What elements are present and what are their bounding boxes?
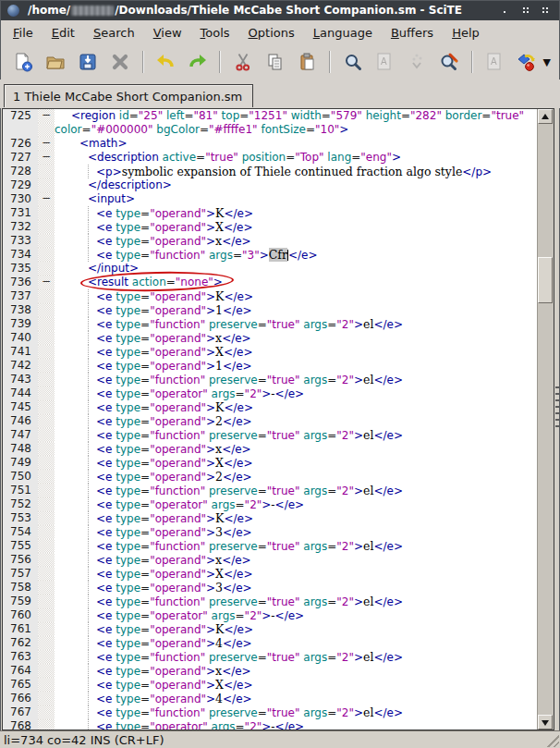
redo-button[interactable] [185, 48, 212, 76]
code-line[interactable]: 739<e type="function" preserve="true" ar… [3, 317, 538, 331]
fold-margin [38, 123, 55, 137]
code-line[interactable]: 754<e type="operand">3</e> [3, 525, 538, 539]
code-line[interactable]: 735</input> [3, 262, 538, 276]
close-button[interactable] [542, 6, 549, 14]
scroll-down-button[interactable] [538, 715, 553, 730]
code-line[interactable]: 756<e type="operand">x</e> [3, 553, 538, 567]
code-line[interactable]: 730−<input> [3, 192, 538, 206]
code-line[interactable]: 745<e type="operand">K</e> [3, 400, 538, 414]
code-line[interactable]: 746<e type="operand">2</e> [3, 414, 538, 428]
save-file-button[interactable] [75, 48, 102, 76]
tab-document[interactable]: 1 Thiele McCabe Short Companion.sm [4, 84, 253, 107]
code-line[interactable]: 726−<math> [3, 137, 538, 151]
menu-language[interactable]: Language [304, 23, 382, 43]
menu-file[interactable]: File [4, 23, 43, 43]
find-previous-button[interactable] [404, 48, 431, 76]
code-area[interactable]: 725−<region id="25" left="81" top="1251"… [3, 109, 538, 730]
fold-margin [38, 705, 55, 719]
maximize-button[interactable] [521, 6, 529, 14]
code-line[interactable]: 759<e type="function" preserve="true" ar… [3, 595, 538, 608]
minimize-button[interactable] [501, 6, 508, 14]
menu-search[interactable]: Search [84, 23, 144, 43]
toolbar-separator [219, 51, 221, 73]
code-line[interactable]: 747<e type="function" preserve="true" ar… [3, 428, 538, 442]
code-line[interactable]: 762<e type="operand">4</e> [3, 636, 538, 650]
code-line[interactable]: 763<e type="function" preserve="true" ar… [3, 650, 538, 664]
find-button[interactable] [339, 48, 366, 76]
paste-button[interactable] [294, 48, 321, 76]
code-line[interactable]: 733<e type="operand">x</e> [3, 234, 538, 248]
code-line[interactable]: 764<e type="operand">x</e> [3, 664, 538, 678]
find-next-button[interactable]: A [371, 48, 398, 76]
code-line[interactable]: 757<e type="operand">X</e> [3, 567, 538, 581]
code-line[interactable]: 734<e type="function" args="3">Cfr</e> [3, 248, 538, 262]
code-line[interactable]: 741<e type="operand">X</e> [3, 345, 538, 359]
fold-marker[interactable]: − [38, 137, 55, 151]
editor-pane[interactable]: 725−<region id="25" left="81" top="1251"… [2, 108, 554, 730]
code-line[interactable]: 732<e type="operand">X</e> [3, 220, 538, 234]
vertical-scrollbar[interactable] [537, 109, 554, 730]
fold-margin [38, 442, 55, 456]
code-line[interactable]: 749<e type="operand">X</e> [3, 456, 538, 470]
cut-button[interactable] [229, 48, 256, 76]
code-line[interactable]: 740<e type="operand">x</e> [3, 331, 538, 345]
code-line[interactable]: 744<e type="operator" args="2">-</e> [3, 386, 538, 400]
code-line[interactable]: 768<e type="operator" args="2">-</e> [3, 719, 538, 730]
code-line[interactable]: 767<e type="function" preserve="true" ar… [3, 705, 538, 719]
fold-marker[interactable]: − [38, 151, 55, 165]
code-line[interactable]: 751<e type="function" preserve="true" ar… [3, 484, 538, 497]
code-line[interactable]: 728<p>symbolic expansion of Thiele conti… [3, 165, 538, 178]
code-line[interactable]: 760<e type="operator" args="2">-</e> [3, 608, 538, 622]
fold-margin [38, 206, 55, 220]
menu-tools[interactable]: Tools [191, 23, 239, 43]
build-button[interactable]: A [481, 48, 508, 76]
menu-buffers[interactable]: Buffers [382, 23, 443, 43]
code-line[interactable]: 752<e type="operator" args="2">-</e> [3, 497, 538, 511]
go-button[interactable] [514, 48, 541, 76]
code-line[interactable]: 731<e type="operand">K</e> [3, 206, 538, 220]
menu-view[interactable]: View [144, 23, 191, 43]
fold-marker[interactable]: − [38, 192, 55, 206]
code-line[interactable]: 758<e type="operand">3</e> [3, 581, 538, 595]
open-file-button[interactable] [43, 48, 69, 76]
fold-marker[interactable]: − [38, 109, 55, 123]
menu-bar: FileEditSearchViewToolsOptionsLanguageBu… [0, 20, 560, 44]
menu-help[interactable]: Help [443, 23, 489, 43]
close-file-button[interactable] [107, 48, 134, 76]
code-line[interactable]: 738<e type="operand">1</e> [3, 303, 538, 317]
fold-margin [38, 539, 55, 553]
copy-button[interactable] [262, 48, 288, 76]
undo-button[interactable] [152, 48, 179, 76]
code-line[interactable]: 737<e type="operand">K</e> [3, 289, 538, 303]
code-line[interactable]: 761<e type="operand">K</e> [3, 622, 538, 636]
line-number: 739 [3, 317, 38, 331]
menu-edit[interactable]: Edit [43, 23, 84, 43]
code-line[interactable]: 725−<region id="25" left="81" top="1251"… [3, 109, 538, 123]
line-number: 744 [3, 386, 38, 400]
code-line[interactable]: 753<e type="operand">K</e> [3, 511, 538, 525]
code-line[interactable]: 748<e type="operand">x</e> [3, 442, 538, 456]
code-line[interactable]: 736−<result action="none"> [3, 276, 538, 289]
pane-splitter-grip[interactable] [555, 386, 559, 430]
toolbar-overflow-button[interactable]: ▼ [543, 56, 551, 68]
code-line[interactable]: 750<e type="operand">2</e> [3, 470, 538, 484]
code-line[interactable]: 727−<description active="true" position=… [3, 151, 538, 165]
code-line[interactable]: 766<e type="operand">4</e> [3, 692, 538, 705]
code-line[interactable]: 755<e type="function" preserve="true" ar… [3, 539, 538, 553]
toolbar-separator [329, 51, 331, 73]
line-number: 737 [3, 289, 38, 303]
new-file-button[interactable] [10, 48, 37, 76]
code-line[interactable]: 742<e type="operand">1</e> [3, 359, 538, 373]
resize-grip[interactable] [545, 733, 559, 747]
code-line[interactable]: 765<e type="operand">X</e> [3, 678, 538, 692]
line-number: 735 [3, 262, 38, 276]
code-line[interactable]: color="#000000" bgColor="#ffffe1" fontSi… [3, 123, 538, 137]
fold-margin [38, 470, 55, 484]
scroll-up-button[interactable] [538, 109, 553, 124]
scrollbar-thumb[interactable] [538, 257, 553, 303]
fold-marker[interactable]: − [38, 276, 55, 289]
menu-options[interactable]: Options [239, 23, 304, 43]
code-line[interactable]: 743<e type="function" preserve="true" ar… [3, 373, 538, 386]
code-line[interactable]: 729</description> [3, 178, 538, 192]
replace-button[interactable] [436, 48, 463, 76]
